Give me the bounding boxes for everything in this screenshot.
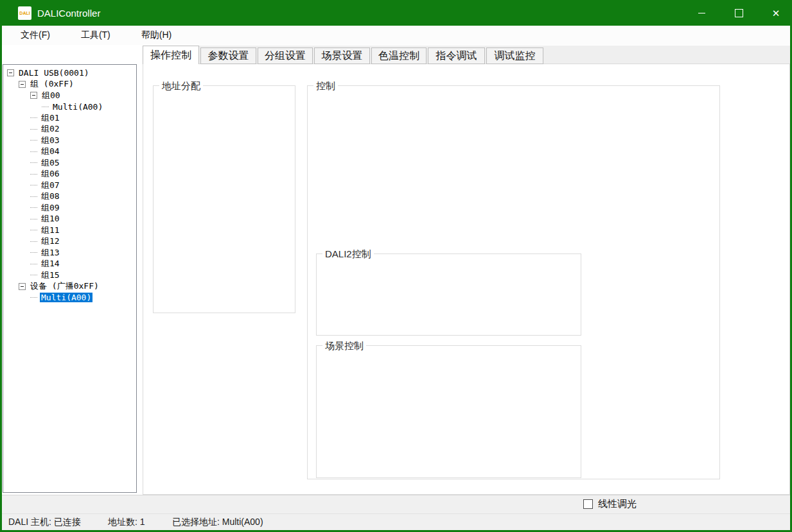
tree-connector [30, 117, 37, 118]
menu-item-help[interactable]: 帮助(H) [132, 26, 180, 44]
tree-item[interactable]: 组14 [3, 259, 136, 270]
tree-item[interactable]: 组 (0xFF) [3, 79, 136, 90]
tree-item-label: Multi(A00) [51, 102, 104, 112]
tree-item-label: 组06 [40, 168, 61, 180]
tree-connector [30, 196, 37, 197]
tree-item-label: 组04 [40, 146, 61, 157]
tree-item[interactable]: 组11 [3, 225, 136, 236]
window-title: DALIController [37, 0, 100, 26]
collapse-minus-icon[interactable] [19, 81, 26, 88]
app-icon: DALI [18, 6, 31, 20]
minimize-button[interactable] [687, 0, 716, 26]
tab-调试监控[interactable]: 调试监控 [486, 47, 543, 64]
tree-connector [30, 129, 37, 130]
tree-item-label: 组09 [40, 202, 61, 214]
linear-dimming-label: 线性调光 [598, 498, 637, 510]
tree-item-label: 组12 [40, 236, 61, 247]
close-icon: ✕ [772, 8, 780, 18]
tab-操作控制[interactable]: 操作控制 [143, 46, 199, 64]
tree-item[interactable]: DALI USB(0001) [3, 67, 136, 79]
tree-item[interactable]: 组04 [3, 146, 136, 158]
tree-item-label: Multi(A00) [40, 293, 92, 302]
tree-item[interactable]: 组10 [3, 214, 136, 225]
dali2-control-group: DALI2控制 [316, 253, 581, 336]
tree-connector [30, 230, 37, 230]
title-bar: DALI DALIController ✕ [0, 0, 792, 26]
status-address-count: 地址数: 1 [108, 517, 145, 528]
maximize-icon [735, 9, 743, 17]
tree-connector [30, 297, 37, 298]
tree-item[interactable]: 设备 (广播0xFF) [3, 281, 136, 293]
address-assignment-group-label: 地址分配 [159, 80, 203, 92]
tree-connector [30, 275, 37, 275]
tree-item[interactable]: 组15 [3, 270, 136, 281]
control-group-label: 控制 [313, 80, 338, 92]
tree-item-label: 组00 [40, 90, 62, 101]
tree-item[interactable]: 组01 [3, 112, 136, 124]
tab-指令调试[interactable]: 指令调试 [428, 47, 485, 64]
menu-item-tools[interactable]: 工具(T) [72, 26, 119, 44]
tree-connector [30, 252, 37, 253]
tab-色温控制[interactable]: 色温控制 [371, 47, 427, 64]
tree-item-label: DALI USB(0001) [17, 68, 91, 78]
collapse-minus-icon[interactable] [7, 69, 14, 76]
status-bar: DALI 主机: 已连接地址数: 1已选择地址: Multi(A00) [2, 513, 790, 530]
status-host-connection: DALI 主机: 已连接 [8, 517, 81, 528]
tree-item-label: 组07 [40, 180, 61, 191]
tree-connector [30, 219, 37, 219]
tree-item[interactable]: Multi(A00) [3, 292, 136, 304]
collapse-minus-icon[interactable] [19, 283, 26, 290]
linear-dimming-checkbox[interactable] [583, 499, 593, 509]
status-selected-address: 已选择地址: Multi(A00) [172, 517, 263, 528]
footer-band: 线性调光 [2, 495, 790, 513]
tree-item-label: 组03 [40, 135, 61, 146]
tree-item-label: 组13 [40, 247, 61, 259]
tree-item-label: 组15 [40, 270, 61, 281]
tree-connector [30, 174, 37, 175]
menu-item-file[interactable]: 文件(F) [12, 26, 59, 44]
tree-item-label: 组11 [40, 225, 61, 236]
tree-item[interactable]: 组13 [3, 247, 136, 259]
dali2-control-group-label: DALI2控制 [322, 248, 374, 261]
tree-connector [30, 140, 37, 141]
tree-item-label: 组05 [40, 157, 61, 169]
tree-item[interactable]: 组02 [3, 124, 136, 135]
address-assignment-group: 地址分配 [153, 85, 295, 313]
tree-connector [30, 264, 37, 264]
tree-item[interactable]: 组05 [3, 157, 136, 169]
tree-item-label: 组14 [40, 258, 61, 270]
tree-connector [30, 151, 37, 152]
tree-item[interactable]: 组09 [3, 202, 136, 214]
tree-connector [30, 185, 37, 185]
tree-item[interactable]: 组00 [3, 90, 136, 101]
window-border-left [0, 26, 2, 532]
tree-item[interactable]: 组06 [3, 169, 136, 180]
close-button[interactable]: ✕ [761, 0, 791, 26]
tab-分组设置[interactable]: 分组设置 [258, 47, 313, 64]
tree-connector [30, 241, 37, 242]
collapse-minus-icon[interactable] [30, 92, 37, 99]
tree-item-label: 组 (0xFF) [29, 78, 75, 90]
device-tree: DALI USB(0001)组 (0xFF)组00Multi(A00)组01组0… [3, 64, 137, 493]
tree-item-label: 组01 [40, 112, 61, 124]
tab-参数设置[interactable]: 参数设置 [200, 47, 256, 64]
scene-control-group-label: 场景控制 [322, 340, 366, 352]
scene-control-group: 场景控制 [316, 345, 581, 478]
menu-bar: 文件(F)工具(T)帮助(H) [2, 26, 790, 45]
tree-item-label: 组10 [40, 213, 61, 225]
tree-item-label: 组08 [40, 191, 61, 202]
tab-场景设置[interactable]: 场景设置 [314, 47, 370, 64]
tree-item[interactable]: 组08 [3, 191, 136, 203]
tree-connector [42, 107, 49, 107]
tree-item-label: 组02 [40, 123, 61, 135]
tree-connector [30, 207, 37, 208]
tree-item[interactable]: 组03 [3, 135, 136, 146]
tree-item[interactable]: 组12 [3, 236, 136, 248]
minimize-icon [698, 13, 705, 13]
tree-connector [30, 162, 37, 163]
tree-item-label: 设备 (广播0xFF) [29, 280, 100, 292]
tree-item[interactable]: Multi(A00) [3, 101, 136, 113]
tree-item[interactable]: 组07 [3, 180, 136, 191]
maximize-button[interactable] [724, 0, 753, 26]
